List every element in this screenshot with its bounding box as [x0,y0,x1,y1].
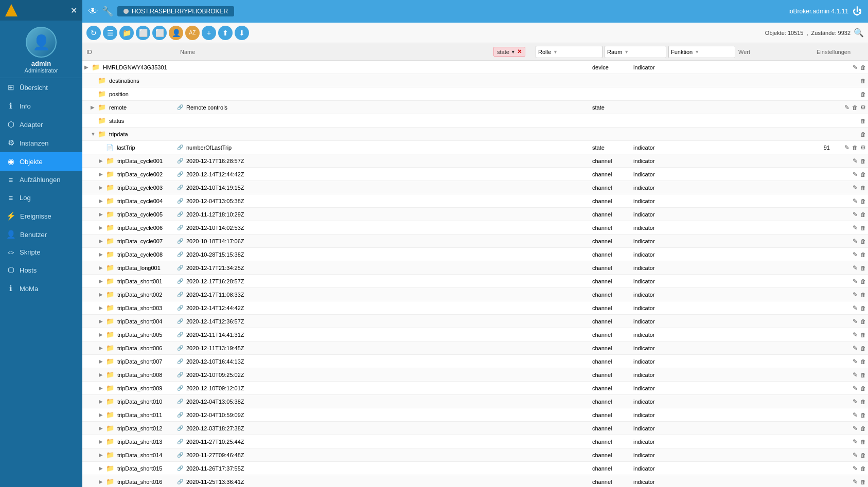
delete-button[interactable]: 🗑 [860,358,866,365]
delete-button[interactable]: 🗑 [860,251,866,258]
edit-button[interactable]: ✎ [853,465,858,472]
delete-button[interactable]: 🗑 [860,452,866,458]
expand-arrow-icon[interactable]: ▶ [99,251,105,257]
edit-button[interactable]: ✎ [853,184,858,191]
delete-button[interactable]: 🗑 [860,318,866,324]
delete-button[interactable]: 🗑 [860,479,866,485]
delete-button[interactable]: 🗑 [860,265,866,271]
delete-button[interactable]: 🗑 [860,171,866,177]
state-filter-badge[interactable]: state ▼ ✕ [493,47,525,57]
expand-arrow-icon[interactable]: ▶ [99,372,105,377]
edit-button[interactable]: ✎ [853,398,858,405]
edit-button[interactable]: ✎ [853,171,858,178]
edit-button[interactable]: ✎ [853,211,858,218]
edit-button[interactable]: ✎ [853,197,858,205]
delete-button[interactable]: 🗑 [860,292,866,298]
expand-arrow-icon[interactable]: ▶ [99,238,105,244]
sidebar-item-ereignisse[interactable]: ⚡ Ereignisse [0,207,82,225]
folder-button[interactable]: 📁 [119,26,134,40]
expand-arrow-icon[interactable]: ▶ [99,292,105,297]
delete-button[interactable]: 🗑 [860,385,866,391]
expand-arrow-icon[interactable]: ▼ [91,131,97,137]
expand-arrow-icon[interactable]: ▶ [99,198,105,204]
table-button[interactable]: ⬜ [136,26,150,40]
add-button[interactable]: + [202,26,216,40]
delete-button[interactable]: 🗑 [852,145,858,151]
expand-arrow-icon[interactable]: ▶ [99,332,105,337]
expand-arrow-icon[interactable]: ▶ [99,278,105,284]
expand-arrow-icon[interactable]: ▶ [99,439,105,444]
delete-button[interactable]: 🗑 [860,425,866,431]
edit-button[interactable]: ✎ [853,478,858,485]
az-button[interactable]: AZ [185,26,200,40]
expand-arrow-icon[interactable]: ▶ [99,479,105,484]
edit-button[interactable]: ✎ [853,452,858,459]
delete-button[interactable]: 🗑 [860,78,866,84]
settings-button[interactable]: ⚙ [860,144,866,151]
expand-arrow-icon[interactable]: ▶ [99,171,105,177]
edit-button[interactable]: ✎ [844,104,849,111]
delete-button[interactable]: 🗑 [860,158,866,164]
delete-button[interactable]: 🗑 [860,412,866,418]
expand-arrow-icon[interactable]: ▶ [99,318,105,324]
eye-icon[interactable]: 👁 [88,6,98,17]
delete-button[interactable]: 🗑 [860,131,866,137]
edit-button[interactable]: ✎ [853,331,858,338]
edit-button[interactable]: ✎ [853,385,858,392]
expand-arrow-icon[interactable]: ▶ [99,345,105,351]
edit-button[interactable]: ✎ [853,304,858,312]
sidebar-item-log[interactable]: ≡ Log [0,189,82,207]
sidebar-item-skripte[interactable]: <> Skripte [0,244,82,261]
copy-button[interactable]: ⬜ [152,26,167,40]
delete-button[interactable]: 🗑 [860,225,866,231]
edit-button[interactable]: ✎ [853,438,858,445]
delete-button[interactable]: 🗑 [860,278,866,284]
delete-button[interactable]: 🗑 [860,345,866,351]
sidebar-item-hosts[interactable]: ⬡ Hosts [0,261,82,279]
expand-arrow-icon[interactable]: ▶ [99,399,105,404]
sidebar-item-aufzaehlungen[interactable]: ≡ Aufzählungen [0,171,82,189]
delete-button[interactable]: 🗑 [860,372,866,378]
expand-arrow-icon[interactable]: ▶ [91,104,97,110]
download-button[interactable]: ⬇ [235,26,249,40]
delete-button[interactable]: 🗑 [852,104,858,111]
edit-button[interactable]: ✎ [853,238,858,245]
edit-button[interactable]: ✎ [853,278,858,285]
edit-button[interactable]: ✎ [853,157,858,165]
search-icon[interactable]: 🔍 [854,28,864,38]
edit-button[interactable]: ✎ [853,345,858,352]
edit-button[interactable]: ✎ [853,411,858,419]
user-button[interactable]: 👤 [169,26,183,40]
expand-arrow-icon[interactable]: ▶ [99,465,105,471]
edit-button[interactable]: ✎ [853,291,858,298]
wrench-icon[interactable]: 🔧 [102,6,113,17]
expand-arrow-icon[interactable]: ▶ [99,305,105,311]
expand-arrow-icon[interactable]: ▶ [99,211,105,217]
upload-button[interactable]: ⬆ [218,26,233,40]
edit-button[interactable]: ✎ [853,425,858,432]
raum-filter[interactable]: Raum ▼ [605,46,666,58]
settings-button[interactable]: ⚙ [860,104,866,111]
list-view-button[interactable]: ☰ [103,26,117,40]
expand-arrow-icon[interactable]: ▶ [99,412,105,418]
delete-button[interactable]: 🗑 [860,211,866,218]
delete-button[interactable]: 🗑 [860,198,866,204]
expand-arrow-icon[interactable]: ▶ [99,452,105,458]
power-icon[interactable]: ⏻ [853,6,862,17]
edit-button[interactable]: ✎ [853,264,858,272]
edit-button[interactable]: ✎ [853,64,858,71]
expand-arrow-icon[interactable]: ▶ [99,425,105,431]
funktion-filter[interactable]: Funktion ▼ [668,46,735,58]
expand-arrow-icon[interactable]: ▶ [99,385,105,391]
delete-button[interactable]: 🗑 [860,238,866,244]
sidebar-item-uebersicht[interactable]: ⊞ Übersicht [0,78,82,97]
sidebar-item-info[interactable]: ℹ Info [0,97,82,115]
sidebar-item-adapter[interactable]: ⬡ Adapter [0,115,82,134]
filter-clear-button[interactable]: ✕ [517,48,522,55]
expand-arrow-icon[interactable]: ▶ [84,64,91,70]
sidebar-item-instanzen[interactable]: ⚙ Instanzen [0,134,82,152]
sidebar-item-benutzer[interactable]: 👤 Benutzer [0,225,82,244]
expand-arrow-icon[interactable]: ▶ [99,358,105,364]
expand-arrow-icon[interactable]: ▶ [99,185,105,190]
delete-button[interactable]: 🗑 [860,305,866,311]
